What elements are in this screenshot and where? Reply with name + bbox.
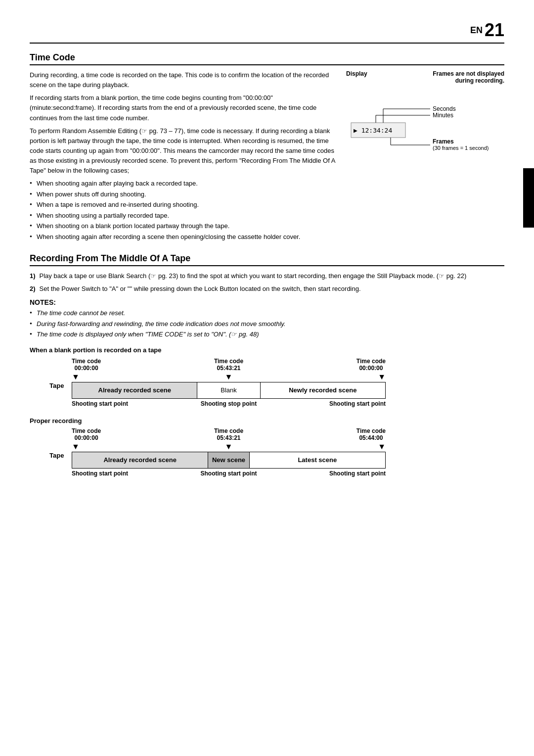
diag2-seg3: Latest scene xyxy=(250,452,385,468)
diagram1-subheading: When a blank portion is recorded on a ta… xyxy=(30,346,504,354)
diag2-ann3: Shooting start point xyxy=(329,470,386,477)
step-1: 1) Play back a tape or use Blank Search … xyxy=(30,271,504,281)
diag2-tc3: Time code 05:44:00 xyxy=(356,427,386,441)
diag1-seg3: Newly recorded scene xyxy=(261,382,385,398)
time-code-layout: During recording, a time code is recorde… xyxy=(30,70,504,242)
diag1-ann1: Shooting start point xyxy=(72,400,128,407)
diag2-tape-row: Tape ▼ ▼ ▼ Already recorded scene New sc… xyxy=(49,442,386,469)
diag1-seg1: Already recorded scene xyxy=(72,382,197,398)
page-header: EN 21 xyxy=(30,20,504,44)
diagram2-section: Proper recording Time code 00:00:00 Time… xyxy=(30,417,504,477)
diag1-tc1: Time code 00:00:00 xyxy=(72,358,101,372)
timecode-diagram-svg: ▶ 12:34:24 Minutes Seconds Frames (30 xyxy=(346,88,494,152)
diag2-tc2: Time code 05:43:21 xyxy=(214,427,243,441)
diagram2-container: Time code 00:00:00 Time code 05:43:21 Ti… xyxy=(49,427,386,477)
frames-not-displayed-label: Frames are not displayed during recordin… xyxy=(433,70,504,84)
tc-bullet-4: When shooting using a partially recorded… xyxy=(30,211,336,221)
diag2-tape-label: Tape xyxy=(49,452,72,459)
diag2-ann1: Shooting start point xyxy=(72,470,128,477)
diag1-tc2: Time code 05:43:21 xyxy=(214,358,243,372)
svg-text:Frames: Frames xyxy=(433,138,454,145)
note-3: The time code is displayed only when "TI… xyxy=(30,330,504,339)
svg-text:▶ 12:34:24: ▶ 12:34:24 xyxy=(354,127,392,134)
en-label: EN xyxy=(470,25,483,36)
diag2-tc1: Time code 00:00:00 xyxy=(72,427,101,441)
display-label: Display xyxy=(346,70,367,77)
diag1-annotations: Shooting start point Shooting stop point… xyxy=(72,400,386,407)
diag2-seg1: Already recorded scene xyxy=(72,452,208,468)
svg-text:Seconds: Seconds xyxy=(433,105,456,112)
diag2-seg2: New scene xyxy=(208,452,249,468)
tc-bullet-2: When power shuts off during shooting. xyxy=(30,189,336,199)
diag1-ann2: Shooting stop point xyxy=(201,400,257,407)
proper-recording-label: Proper recording xyxy=(30,417,504,425)
diag2-annotations: Shooting start point Shooting start poin… xyxy=(72,470,386,477)
diag1-tape-row: Tape ▼ ▼ ▼ Already recorded scene Blank … xyxy=(49,373,386,399)
step-1-num: 1) xyxy=(30,271,36,281)
diagram1-container: Time code 00:00:00 Time code 05:43:21 Ti… xyxy=(49,358,386,407)
svg-text:(30 frames = 1 second): (30 frames = 1 second) xyxy=(433,145,489,151)
tc-left-column: During recording, a time code is recorde… xyxy=(30,70,336,242)
notes-header: NOTES: xyxy=(30,298,504,306)
numbered-steps: 1) Play back a tape or use Blank Search … xyxy=(30,271,504,293)
step-2: 2) Set the Power Switch to "A" or "" whi… xyxy=(30,284,504,294)
page-number: 21 xyxy=(485,20,504,41)
tc-bullet-list: When shooting again after playing back a… xyxy=(30,179,336,241)
diag2-ann2: Shooting start point xyxy=(201,470,257,477)
notes-list: The time code cannot be reset. During fa… xyxy=(30,308,504,339)
diag1-tape-label: Tape xyxy=(49,382,72,389)
step-1-text: Play back a tape or use Blank Search (☞ … xyxy=(40,271,467,281)
tc-right-column: Display Frames are not displayed during … xyxy=(346,70,504,242)
tc-para3: To perform Random Assemble Editing (☞ pg… xyxy=(30,126,336,176)
diag1-ann3: Shooting start point xyxy=(329,400,386,407)
side-tab xyxy=(523,168,534,228)
step-2-num: 2) xyxy=(30,284,36,294)
tc-bullet-1: When shooting again after playing back a… xyxy=(30,179,336,189)
recording-section-title: Recording From The Middle Of A Tape xyxy=(30,253,504,266)
tc-bullet-5: When shooting on a blank portion located… xyxy=(30,221,336,231)
svg-text:Minutes: Minutes xyxy=(433,112,453,119)
diag1-seg2: Blank xyxy=(197,382,260,398)
tc-para2: If recording starts from a blank portion… xyxy=(30,93,336,123)
step-2-text: Set the Power Switch to "A" or "" while … xyxy=(40,284,361,294)
diag1-tc3: Time code 00:00:00 xyxy=(356,358,386,372)
tc-para1: During recording, a time code is recorde… xyxy=(30,70,336,90)
note-1: The time code cannot be reset. xyxy=(30,308,504,318)
tc-bullet-3: When a tape is removed and re-inserted d… xyxy=(30,200,336,210)
note-2: During fast-forwarding and rewinding, th… xyxy=(30,319,504,329)
time-code-title: Time Code xyxy=(30,52,504,65)
tc-bullet-6: When shooting again after recording a sc… xyxy=(30,232,336,242)
